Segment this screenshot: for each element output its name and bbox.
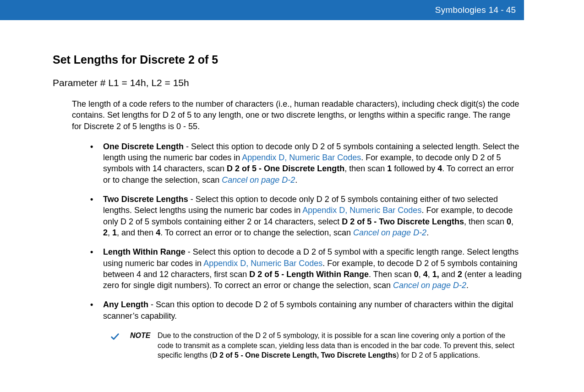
note-text: Due to the construction of the D 2 of 5 … [158, 330, 522, 360]
option-name: One Discrete Length [103, 142, 184, 151]
text: , [419, 270, 423, 279]
text: , then scan [344, 164, 387, 173]
section-title: Set Lengths for Discrete 2 of 5 [53, 53, 522, 66]
option-one-discrete: One Discrete Length - Select this option… [90, 141, 522, 185]
text: - Scan this option to decode D 2 of 5 sy… [103, 300, 513, 320]
text: . [426, 228, 429, 237]
bold-text: 2 [458, 270, 462, 279]
intro-paragraph: The length of a code refers to the numbe… [72, 98, 522, 132]
header-blue-strip: Symbologies 14 - 45 [0, 0, 524, 20]
option-name: Length Within Range [103, 247, 186, 256]
text: . [466, 281, 469, 290]
chapter-name: Symbologies [435, 5, 486, 15]
bold-text: D 2 of 5 - Two Discrete Lengths [342, 217, 464, 226]
text: , [428, 270, 432, 279]
page-header-bar: Symbologies 14 - 45 [0, 0, 584, 20]
note-label: NOTE [130, 330, 158, 360]
text: , then scan [464, 217, 507, 226]
option-any-length: Any Length - Scan this option to decode … [90, 299, 522, 321]
bold-text: 1, [432, 270, 439, 279]
bold-text: D 2 of 5 - One Discrete Length [227, 164, 344, 173]
option-name: Two Discrete Lengths [103, 195, 188, 204]
text: . To correct an error or to change the s… [160, 228, 353, 237]
bold-text: 4 [437, 164, 442, 173]
checkmark-icon [110, 330, 130, 360]
bold-text: D 2 of 5 - One Discrete Length, Two Disc… [212, 351, 396, 359]
text: . [295, 175, 297, 185]
text: , and then [117, 228, 156, 237]
text: ) for D 2 of 5 applications. [397, 351, 480, 359]
page-number: 14 - 45 [489, 5, 516, 15]
option-length-within-range: Length Within Range - Select this option… [90, 246, 522, 291]
bold-text: 0 [414, 270, 419, 279]
page-content: Set Lengths for Discrete 2 of 5 Paramete… [0, 20, 584, 379]
appendix-link[interactable]: Appendix D, Numeric Bar Codes [242, 153, 361, 162]
appendix-link[interactable]: Appendix D, Numeric Bar Codes [302, 206, 421, 215]
bold-text: 4 [423, 270, 428, 279]
text: followed by [392, 164, 437, 173]
text: , [108, 228, 112, 237]
cancel-link[interactable]: Cancel on page D-2 [222, 175, 295, 185]
bold-text: 0 [507, 217, 511, 226]
bold-text: 4 [156, 228, 160, 237]
option-name: Any Length [103, 300, 148, 309]
parameter-line: Parameter # L1 = 14h, L2 = 15h [53, 77, 522, 88]
options-list: One Discrete Length - Select this option… [90, 141, 522, 321]
bold-text: 1 [387, 164, 392, 173]
note-callout: NOTE Due to the construction of the D 2 … [110, 330, 522, 360]
text: . Then scan [369, 270, 414, 279]
bold-text: D 2 of 5 - Length Within Range [249, 270, 369, 279]
option-two-discrete: Two Discrete Lengths - Select this optio… [90, 194, 522, 238]
bold-text: 1 [112, 228, 117, 237]
appendix-link[interactable]: Appendix D, Numeric Bar Codes [203, 259, 322, 268]
text: , [511, 217, 513, 226]
bold-text: 2 [103, 228, 108, 237]
cancel-link[interactable]: Cancel on page D-2 [393, 281, 466, 290]
cancel-link[interactable]: Cancel on page D-2 [353, 228, 426, 237]
text: and [439, 270, 458, 279]
